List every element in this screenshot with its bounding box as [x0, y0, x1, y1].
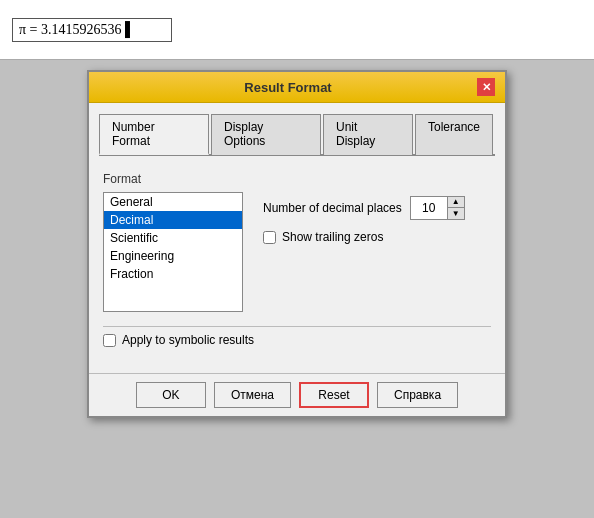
apply-symbolic-row: Apply to symbolic results [103, 326, 491, 357]
tab-content-number-format: Format General Decimal Scientific Engine… [99, 166, 495, 363]
top-area: π = 3.1415926536 ▌ [0, 0, 594, 60]
decimal-places-row: Number of decimal places ▲ ▼ [263, 196, 465, 220]
dialog-buttons: OK Отмена Reset Справка [89, 373, 505, 416]
close-button[interactable]: ✕ [477, 78, 495, 96]
decimal-places-spinbox[interactable]: ▲ ▼ [410, 196, 465, 220]
reset-button[interactable]: Reset [299, 382, 369, 408]
tab-display-options[interactable]: Display Options [211, 114, 321, 155]
format-list[interactable]: General Decimal Scientific Engineering F… [103, 192, 243, 312]
apply-symbolic-label[interactable]: Apply to symbolic results [122, 333, 254, 347]
cancel-button[interactable]: Отмена [214, 382, 291, 408]
apply-symbolic-checkbox[interactable] [103, 334, 116, 347]
format-section-label: Format [103, 172, 491, 186]
ok-button[interactable]: OK [136, 382, 206, 408]
tab-bar: Number Format Display Options Unit Displ… [99, 113, 495, 156]
decimal-places-input[interactable] [411, 197, 447, 219]
show-trailing-zeros-label[interactable]: Show trailing zeros [282, 230, 383, 244]
tab-unit-display[interactable]: Unit Display [323, 114, 413, 155]
result-format-dialog: Result Format ✕ Number Format Display Op… [87, 70, 507, 418]
list-item-decimal[interactable]: Decimal [104, 211, 242, 229]
show-trailing-zeros-row: Show trailing zeros [263, 230, 465, 244]
list-item-fraction[interactable]: Fraction [104, 265, 242, 283]
spinbox-up-arrow[interactable]: ▲ [448, 197, 464, 208]
help-button[interactable]: Справка [377, 382, 458, 408]
dialog-content: Number Format Display Options Unit Displ… [89, 103, 505, 373]
show-trailing-zeros-checkbox[interactable] [263, 231, 276, 244]
format-list-container: General Decimal Scientific Engineering F… [103, 192, 491, 312]
title-bar: Result Format ✕ [89, 72, 505, 103]
tab-tolerance[interactable]: Tolerance [415, 114, 493, 155]
list-item-general[interactable]: General [104, 193, 242, 211]
spinbox-arrows: ▲ ▼ [447, 197, 464, 219]
tab-number-format[interactable]: Number Format [99, 114, 209, 155]
format-section: Format General Decimal Scientific Engine… [103, 172, 491, 312]
pi-text: π = 3.1415926536 ▌ [19, 22, 135, 37]
pi-display: π = 3.1415926536 ▌ [12, 18, 172, 42]
dialog-title: Result Format [99, 80, 477, 95]
right-options: Number of decimal places ▲ ▼ [263, 192, 465, 244]
spinbox-down-arrow[interactable]: ▼ [448, 208, 464, 219]
decimal-places-label: Number of decimal places [263, 201, 402, 215]
list-item-scientific[interactable]: Scientific [104, 229, 242, 247]
list-item-engineering[interactable]: Engineering [104, 247, 242, 265]
